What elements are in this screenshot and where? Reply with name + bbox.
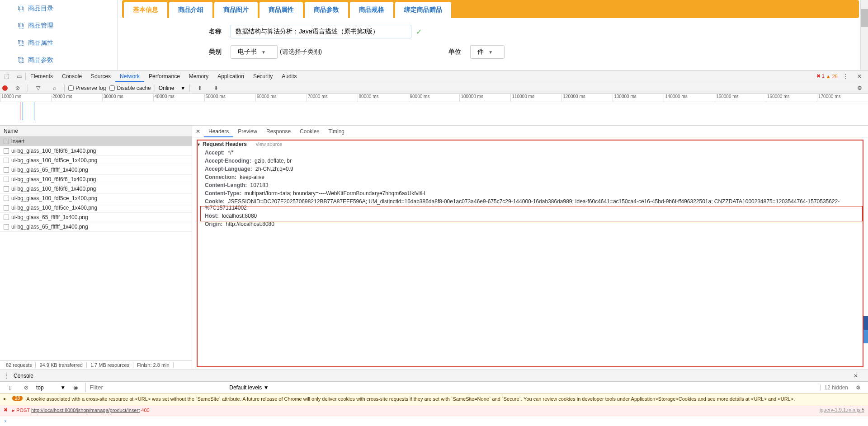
request-name: ui-bg_glass_100_fdf5ce_1x400.png <box>11 205 97 211</box>
tab-application[interactable]: Application <box>213 70 249 82</box>
filter-input[interactable] <box>85 383 226 392</box>
request-headers-section[interactable]: Request Headersview source <box>197 140 863 149</box>
error-icon: ✖ <box>4 407 10 413</box>
copy-icon: ⿻ <box>18 39 24 47</box>
tab-params[interactable]: 商品参数 <box>305 2 348 18</box>
request-item[interactable]: ui-bg_glass_65_ffffff_1x400.png <box>0 213 192 222</box>
request-item[interactable]: insert <box>0 137 192 146</box>
unit-label: 单位 <box>448 48 461 56</box>
chevron-down-icon: ▼ <box>261 50 266 55</box>
record-icon[interactable] <box>2 85 8 91</box>
name-input[interactable] <box>231 25 411 38</box>
devtools-tabs: ⬚ ▭ Elements Console Sources Network Per… <box>0 70 868 82</box>
header-line: Host: localhost:8080 <box>197 212 863 220</box>
tab-attrs[interactable]: 商品属性 <box>259 2 303 18</box>
tab-memory[interactable]: Memory <box>184 70 213 82</box>
form-area: 名称 ✓ 类别 电子书▼ (请选择子类别) 单位 件▼ <box>122 18 859 59</box>
console-error[interactable]: ✖ ▸ POST http://localhost:8080/jshop/man… <box>0 405 868 416</box>
category-value: 电子书 <box>238 48 257 55</box>
upload-icon[interactable]: ⬆ <box>193 82 206 94</box>
check-icon: ✓ <box>416 28 422 36</box>
levels-select[interactable]: Default levels ▼ <box>229 384 269 391</box>
request-name: ui-bg_glass_65_ffffff_1x400.png <box>11 214 88 220</box>
device-icon[interactable]: ▭ <box>13 70 25 82</box>
request-item[interactable]: ui-bg_glass_100_fdf5ce_1x400.png <box>0 156 192 165</box>
scrollbar[interactable] <box>860 0 868 70</box>
category-select[interactable]: 电子书▼ <box>231 45 278 59</box>
request-item[interactable]: ui-bg_glass_100_fdf5ce_1x400.png <box>0 203 192 213</box>
tab-elements[interactable]: Elements <box>26 70 57 82</box>
request-item[interactable]: ui-bg_glass_100_f6f6f6_1x400.png <box>0 184 192 194</box>
side-indicator <box>863 316 868 352</box>
error-source-link[interactable]: jquery-1.9.1.min.js:5 <box>820 407 864 412</box>
detail-tab-headers[interactable]: Headers <box>204 126 233 137</box>
name-label: 名称 <box>185 28 222 36</box>
tab-console[interactable]: Console <box>57 70 86 82</box>
tab-audits[interactable]: Audits <box>277 70 301 82</box>
status-requests: 82 requests <box>4 362 36 368</box>
filter-icon[interactable]: ▽ <box>32 82 44 94</box>
timeline-tick: 40000 ms <box>153 94 204 102</box>
online-select[interactable]: Online ▼ <box>159 85 186 91</box>
tab-basic[interactable]: 基本信息 <box>124 2 167 18</box>
name-column-header[interactable]: Name <box>0 126 192 137</box>
unit-select[interactable]: 件▼ <box>470 45 505 59</box>
tab-performance[interactable]: Performance <box>144 70 184 82</box>
close-icon[interactable]: ✕ <box>849 370 862 382</box>
tab-network[interactable]: Network <box>115 70 144 82</box>
clear-icon[interactable]: ⊘ <box>11 82 24 94</box>
eye-icon[interactable]: ◉ <box>69 382 82 393</box>
timeline-tick: 170000 ms <box>817 94 868 102</box>
console-warning[interactable]: ▸ 28 A cookie associated with a cross-si… <box>0 393 868 405</box>
warning-count-badge: 28 <box>12 396 23 401</box>
request-item[interactable]: ui-bg_glass_100_f6f6f6_1x400.png <box>0 175 192 184</box>
request-item[interactable]: ui-bg_glass_100_fdf5ce_1x400.png <box>0 194 192 203</box>
disable-cache-checkbox[interactable]: Disable cache <box>109 85 151 91</box>
sidebar-item-catalog[interactable]: ⿻商品目录 <box>0 0 117 17</box>
request-list: Name insertui-bg_glass_100_f6f6f6_1x400.… <box>0 126 192 370</box>
timeline[interactable]: 10000 ms20000 ms30000 ms40000 ms50000 ms… <box>0 94 868 126</box>
tab-security[interactable]: Security <box>249 70 277 82</box>
preserve-log-checkbox[interactable]: Preserve log <box>68 85 106 91</box>
console-prompt[interactable]: › <box>0 416 868 426</box>
clear-icon[interactable]: ⊘ <box>20 382 33 393</box>
tab-specs[interactable]: 商品规格 <box>350 2 393 18</box>
request-name: ui-bg_glass_100_f6f6f6_1x400.png <box>11 148 96 154</box>
tab-images[interactable]: 商品图片 <box>214 2 258 18</box>
detail-body[interactable]: Request Headersview source Accept: */*Ac… <box>192 137 868 370</box>
devtools: ⬚ ▭ Elements Console Sources Network Per… <box>0 70 868 426</box>
gear-icon[interactable]: ⚙ <box>853 82 866 94</box>
view-source-link[interactable]: view source <box>256 141 282 147</box>
sidebar-item-params[interactable]: ⿻商品参数 <box>0 51 117 69</box>
header-line: Cookie: JSESSIONID=DC207F202570698212BB7… <box>197 197 863 212</box>
inspect-icon[interactable]: ⬚ <box>0 70 13 82</box>
file-icon <box>4 148 9 154</box>
sidebar-toggle-icon[interactable]: ▯ <box>4 382 16 393</box>
detail-tab-response[interactable]: Response <box>262 126 295 137</box>
error-badge[interactable]: ✖ 1 <box>816 73 825 79</box>
kebab-icon[interactable]: ⋮ <box>839 70 852 82</box>
warning-badge[interactable]: ▲ 28 <box>826 74 838 79</box>
hidden-count[interactable]: 12 hidden <box>820 384 848 391</box>
tab-intro[interactable]: 商品介绍 <box>169 2 212 18</box>
sidebar-item-attrs[interactable]: ⿻商品属性 <box>0 34 117 51</box>
close-icon[interactable]: ✕ <box>853 70 866 82</box>
tab-gifts[interactable]: 绑定商品赠品 <box>395 2 451 18</box>
detail-tab-timing[interactable]: Timing <box>324 126 349 137</box>
request-item[interactable]: ui-bg_glass_65_ffffff_1x400.png <box>0 165 192 175</box>
kebab-icon[interactable]: ⋮ <box>4 373 9 379</box>
timeline-tick: 50000 ms <box>204 94 255 102</box>
status-transferred: 94.9 KB transferred <box>37 362 86 368</box>
gear-icon[interactable]: ⚙ <box>852 382 864 393</box>
tab-sources[interactable]: Sources <box>86 70 115 82</box>
request-item[interactable]: ui-bg_glass_100_f6f6f6_1x400.png <box>0 146 192 156</box>
detail-tab-cookies[interactable]: Cookies <box>295 126 324 137</box>
close-detail-icon[interactable]: ✕ <box>192 128 204 135</box>
detail-tab-preview[interactable]: Preview <box>233 126 262 137</box>
chevron-right-icon: ▸ <box>4 396 10 402</box>
request-item[interactable]: ui-bg_glass_65_ffffff_1x400.png <box>0 222 192 232</box>
sidebar-item-manage[interactable]: ⿻商品管理 <box>0 17 117 34</box>
context-select[interactable]: top ▼ <box>36 384 66 391</box>
search-icon[interactable]: ⌕ <box>48 82 61 94</box>
download-icon[interactable]: ⬇ <box>210 82 222 94</box>
